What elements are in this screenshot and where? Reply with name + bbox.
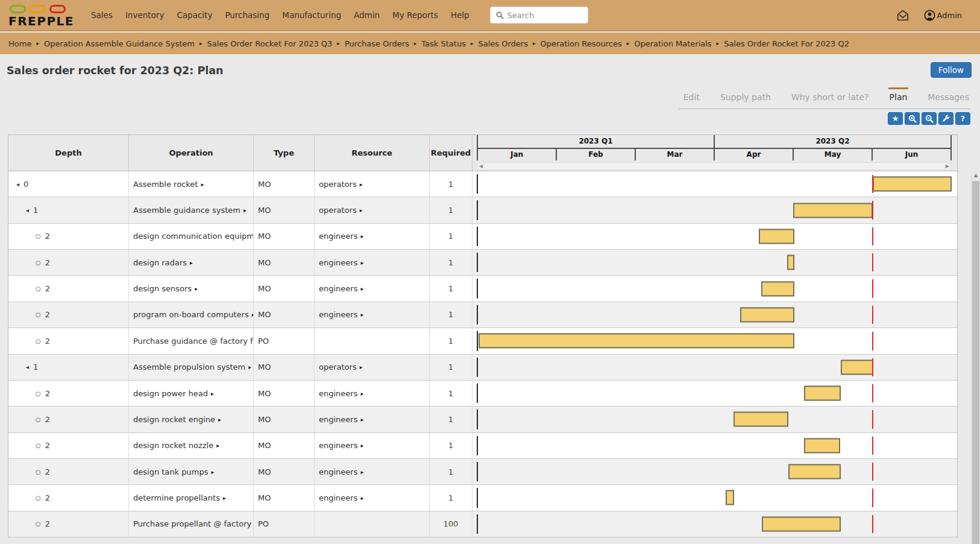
gantt-bar[interactable] [793,203,872,218]
drilldown-triangle-icon[interactable]: ▸ [216,442,219,449]
follow-button[interactable]: Follow [931,62,972,78]
leaf-circle-icon[interactable]: ○ [36,520,41,527]
zoom-in-button[interactable] [905,112,920,125]
gantt-bar[interactable] [804,386,841,401]
depth-value: 2 [45,258,50,267]
breadcrumb-item[interactable]: Operation Materials [634,39,711,48]
leaf-circle-icon[interactable]: ○ [36,311,41,318]
drilldown-triangle-icon[interactable]: ▸ [360,311,363,318]
scroll-right-icon[interactable]: ▶ [946,164,949,169]
breadcrumb-item[interactable]: Purchase Orders [345,39,409,48]
drilldown-triangle-icon[interactable]: ▸ [360,364,363,370]
resource-label: engineers [319,493,357,502]
leaf-circle-icon[interactable]: ○ [36,338,41,344]
drilldown-triangle-icon[interactable]: ▸ [360,390,363,397]
drilldown-triangle-icon[interactable]: ▸ [360,181,363,188]
drilldown-triangle-icon[interactable]: ▸ [248,364,251,370]
gantt-bar[interactable] [873,177,952,192]
table-row: ○ 2 design power head ▸ MO engineers ▸ 1 [8,381,957,406]
gantt-bar[interactable] [733,412,788,427]
zoom-out-button[interactable] [922,112,937,125]
drilldown-triangle-icon[interactable]: ▸ [360,233,363,239]
leaf-circle-icon[interactable]: ○ [36,495,41,501]
global-search[interactable] [490,7,588,24]
tab-why-short-or-late[interactable]: Why short or late? [790,87,870,109]
user-menu[interactable]: Admin [924,10,962,21]
leaf-circle-icon[interactable]: ○ [36,442,41,449]
gantt-bar[interactable] [479,334,794,349]
gantt-bar[interactable] [761,281,794,296]
vertical-scrollbar[interactable]: ▲ [971,171,980,544]
menu-item-capacity[interactable]: Capacity [177,10,212,20]
leaf-circle-icon[interactable]: ○ [36,285,41,292]
menu-item-purchasing[interactable]: Purchasing [225,10,269,20]
leaf-circle-icon[interactable]: ○ [36,233,41,239]
tab-supply-path[interactable]: Supply path [719,87,772,109]
menu-item-sales[interactable]: Sales [91,10,113,20]
gantt-horizontal-scrollbar[interactable]: ◀ ▶ [477,162,952,170]
drilldown-triangle-icon[interactable]: ▸ [360,495,363,501]
collapse-triangle-icon[interactable]: ◂ [26,207,29,213]
drilldown-triangle-icon[interactable]: ▸ [360,416,363,423]
drilldown-triangle-icon[interactable]: ▸ [360,259,363,266]
menu-item-admin[interactable]: Admin [354,10,380,20]
breadcrumb-item[interactable]: Operation Assemble Guidance System [44,39,195,48]
gantt-cell [473,224,958,250]
drilldown-triangle-icon[interactable]: ▸ [223,495,226,501]
menu-item-my-reports[interactable]: My Reports [392,10,438,20]
gantt-bar[interactable] [726,490,734,505]
gantt-bar[interactable] [787,255,795,270]
gantt-bar[interactable] [759,229,794,244]
drilldown-triangle-icon[interactable]: ▸ [190,259,193,266]
leaf-circle-icon[interactable]: ○ [36,416,41,423]
drilldown-triangle-icon[interactable]: ▸ [201,181,204,188]
table-body: ◂ 0 Assemble rocket ▸ MO operators ▸ 1 ◂… [8,171,957,537]
wrench-button[interactable] [938,112,953,125]
depth-value: 2 [45,232,50,241]
gantt-bar[interactable] [841,359,873,375]
breadcrumb-item[interactable]: Operation Resources [540,39,621,48]
search-input[interactable] [507,11,577,20]
collapse-triangle-icon[interactable]: ◂ [16,181,19,188]
collapse-triangle-icon[interactable]: ◂ [26,364,29,370]
scrollbar-thumb[interactable] [972,181,979,544]
breadcrumb-item[interactable]: Sales Orders [478,39,527,48]
breadcrumb-item[interactable]: Home [8,39,31,48]
drilldown-triangle-icon[interactable]: ▸ [360,469,363,475]
frepple-logo[interactable]: FREPPLE [8,2,74,28]
scroll-up-icon[interactable]: ▲ [972,171,980,180]
drilldown-triangle-icon[interactable]: ▸ [243,207,247,213]
leaf-circle-icon[interactable]: ○ [36,390,41,397]
drilldown-triangle-icon[interactable]: ▸ [360,207,363,213]
inbox-envelope-icon[interactable] [896,9,909,22]
drilldown-triangle-icon[interactable]: ▸ [360,285,363,292]
gantt-bar[interactable] [762,516,841,531]
tab-messages[interactable]: Messages [926,87,970,109]
breadcrumb-item[interactable]: Sales Order Rocket For 2023 Q3 [207,39,333,48]
gantt-bar[interactable] [740,307,794,322]
type-cell: MO [254,485,315,511]
help-button[interactable]: ? [955,112,970,125]
quarter-label: 2023 Q2 [714,135,950,148]
gantt-bar[interactable] [804,438,840,453]
scroll-left-icon[interactable]: ◀ [479,164,483,169]
drilldown-triangle-icon[interactable]: ▸ [195,285,198,292]
leaf-circle-icon[interactable]: ○ [36,469,41,475]
gantt-bar[interactable] [788,464,841,479]
leaf-circle-icon[interactable]: ○ [36,259,41,266]
menu-item-help[interactable]: Help [451,10,470,20]
menu-item-inventory[interactable]: Inventory [125,10,164,20]
breadcrumb-item[interactable]: Task Status [421,39,466,48]
timeline-start-line [477,174,478,194]
tab-plan[interactable]: Plan [888,87,909,109]
tab-edit[interactable]: Edit [682,87,701,109]
drilldown-triangle-icon[interactable]: ▸ [360,442,363,449]
drilldown-triangle-icon[interactable]: ▸ [218,416,221,423]
resource-cell: engineers ▸ [315,406,430,432]
breadcrumb-item[interactable]: Sales Order Rocket For 2023 Q2 [724,39,849,48]
table-header-row: Depth Operation Type Resource Required 2… [8,135,957,171]
star-button[interactable]: ★ [888,112,903,125]
drilldown-triangle-icon[interactable]: ▸ [211,390,214,397]
menu-item-manufacturing[interactable]: Manufacturing [282,10,341,20]
drilldown-triangle-icon[interactable]: ▸ [211,469,214,475]
